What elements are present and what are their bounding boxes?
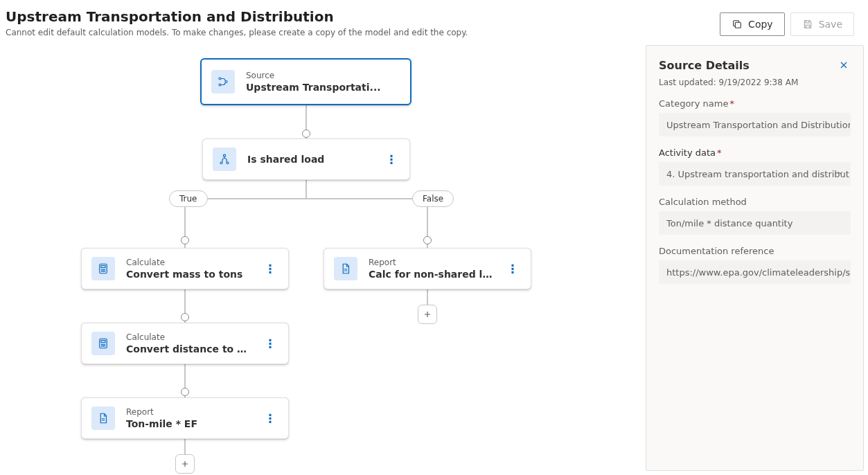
docref-input[interactable]: https://www.epa.gov/climateleadership/sc… bbox=[659, 260, 851, 284]
node-report-tonmile[interactable]: Report Ton-mile * EF ⋮ bbox=[81, 397, 289, 439]
svg-point-17 bbox=[101, 344, 102, 345]
calculator-icon bbox=[91, 332, 115, 355]
field-label: Activity data* bbox=[659, 147, 851, 158]
node-menu-button[interactable]: ⋮ bbox=[262, 337, 278, 350]
copy-button[interactable]: Copy bbox=[720, 12, 785, 36]
label-text: Documentation reference bbox=[659, 246, 774, 256]
header-left: Upstream Transportation and Distribution… bbox=[6, 8, 720, 37]
node-title: Is shared load bbox=[247, 153, 372, 165]
panel-header: Source Details bbox=[659, 58, 851, 72]
node-title: Ton-mile * EF bbox=[126, 418, 251, 430]
copy-icon bbox=[732, 19, 743, 30]
node-title: Upstream Transportati... bbox=[246, 81, 400, 93]
svg-point-2 bbox=[219, 84, 221, 86]
svg-point-19 bbox=[105, 344, 105, 345]
copy-button-label: Copy bbox=[748, 19, 773, 30]
node-type-label: Report bbox=[369, 257, 493, 268]
node-text: Report Ton-mile * EF bbox=[126, 406, 251, 430]
activity-select[interactable]: 4. Upstream transportation and distribut… bbox=[659, 162, 851, 186]
connector bbox=[184, 198, 428, 199]
connector bbox=[305, 180, 307, 198]
svg-point-6 bbox=[227, 162, 229, 164]
svg-point-18 bbox=[103, 344, 104, 345]
node-title: Calc for non-shared load bbox=[369, 268, 493, 280]
input-value: Upstream Transportation and Distribution bbox=[666, 120, 851, 130]
field-label: Documentation reference bbox=[659, 246, 851, 256]
node-condition[interactable]: Is shared load ⋮ bbox=[202, 138, 410, 180]
branch-icon bbox=[213, 147, 236, 171]
panel-close-button[interactable] bbox=[837, 58, 851, 72]
svg-point-5 bbox=[220, 162, 222, 164]
node-menu-button[interactable]: ⋮ bbox=[504, 262, 521, 276]
add-node-button[interactable] bbox=[418, 305, 437, 324]
svg-rect-8 bbox=[101, 266, 105, 268]
node-menu-button[interactable]: ⋮ bbox=[262, 411, 278, 425]
page-header: Upstream Transportation and Distribution… bbox=[0, 0, 868, 37]
svg-point-10 bbox=[103, 269, 104, 270]
node-calc-distance[interactable]: Calculate Convert distance to mi... ⋮ bbox=[81, 323, 289, 364]
node-report-nonshared[interactable]: Report Calc for non-shared load ⋮ bbox=[324, 248, 531, 289]
svg-point-21 bbox=[103, 346, 104, 346]
node-source[interactable]: Source Upstream Transportati... bbox=[200, 58, 411, 105]
label-text: Category name bbox=[659, 98, 728, 109]
node-text: Source Upstream Transportati... bbox=[246, 70, 400, 93]
node-text: Calculate Convert mass to tons bbox=[126, 257, 251, 280]
add-node-button[interactable] bbox=[175, 454, 195, 474]
svg-point-20 bbox=[101, 346, 102, 346]
node-text: Calculate Convert distance to mi... bbox=[126, 332, 251, 355]
branch-false-label: False bbox=[412, 190, 454, 207]
branch-true-label: True bbox=[169, 190, 208, 207]
node-text: Report Calc for non-shared load bbox=[369, 257, 493, 280]
panel-title: Source Details bbox=[659, 59, 750, 72]
connector bbox=[427, 289, 428, 305]
node-menu-button[interactable]: ⋮ bbox=[262, 262, 278, 276]
method-input[interactable]: Ton/mile * distance quantity bbox=[659, 211, 851, 235]
save-button-label: Save bbox=[819, 19, 842, 30]
port bbox=[302, 129, 310, 138]
input-value: 4. Upstream transportation and distribut… bbox=[666, 169, 851, 179]
node-type-label: Calculate bbox=[126, 332, 251, 343]
document-icon bbox=[334, 257, 357, 280]
node-type-label: Calculate bbox=[126, 257, 251, 268]
node-calc-mass[interactable]: Calculate Convert mass to tons ⋮ bbox=[81, 248, 289, 289]
header-actions: Copy Save bbox=[720, 12, 854, 36]
field-docref: Documentation reference https://www.epa.… bbox=[659, 246, 851, 284]
node-menu-button[interactable]: ⋮ bbox=[383, 152, 400, 166]
port bbox=[181, 388, 189, 396]
svg-point-4 bbox=[223, 154, 225, 156]
label-text: Activity data bbox=[659, 147, 716, 158]
details-panel: Source Details Last updated: 9/19/2022 9… bbox=[646, 45, 864, 471]
required-mark: * bbox=[717, 147, 722, 158]
page-title: Upstream Transportation and Distribution bbox=[6, 8, 720, 25]
port bbox=[181, 236, 189, 244]
input-value: https://www.epa.gov/climateleadership/sc… bbox=[666, 267, 851, 278]
svg-rect-0 bbox=[735, 22, 741, 28]
svg-point-11 bbox=[105, 269, 105, 270]
svg-point-13 bbox=[103, 271, 104, 271]
category-input[interactable]: Upstream Transportation and Distribution bbox=[659, 113, 851, 136]
save-icon bbox=[802, 19, 813, 30]
label-text: Calculation method bbox=[659, 197, 747, 207]
svg-point-22 bbox=[105, 346, 105, 346]
svg-point-14 bbox=[105, 271, 105, 271]
node-type-label: Report bbox=[126, 406, 251, 418]
connector bbox=[184, 439, 186, 454]
page-subtitle: Cannot edit default calculation models. … bbox=[6, 28, 720, 37]
input-value: Ton/mile * distance quantity bbox=[666, 218, 792, 228]
document-icon bbox=[91, 406, 115, 430]
node-title: Convert distance to mi... bbox=[126, 343, 251, 355]
calculator-icon bbox=[91, 257, 115, 280]
flow-canvas[interactable]: True False Source Upstream Transportati.… bbox=[0, 42, 641, 475]
chevron-down-icon bbox=[836, 169, 844, 179]
save-button: Save bbox=[790, 12, 854, 36]
node-text: Is shared load bbox=[247, 153, 372, 165]
source-icon bbox=[211, 70, 235, 93]
field-label: Calculation method bbox=[659, 197, 851, 207]
field-activity: Activity data* 4. Upstream transportatio… bbox=[659, 147, 851, 186]
field-category: Category name* Upstream Transportation a… bbox=[659, 98, 851, 136]
svg-point-1 bbox=[219, 78, 221, 80]
panel-last-updated: Last updated: 9/19/2022 9:38 AM bbox=[659, 78, 851, 87]
svg-point-12 bbox=[101, 271, 102, 271]
field-label: Category name* bbox=[659, 98, 851, 109]
svg-point-9 bbox=[101, 269, 102, 270]
